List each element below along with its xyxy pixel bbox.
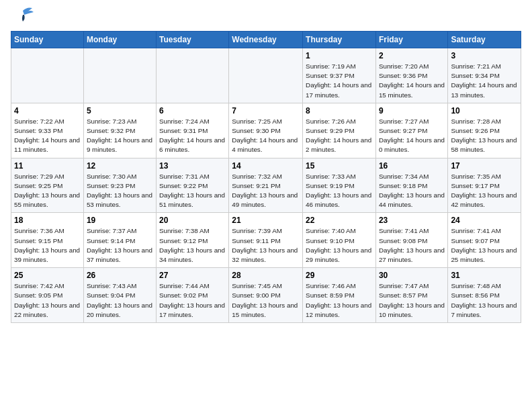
day-info: Sunrise: 7:33 AMSunset: 9:19 PMDaylight:… [306, 172, 373, 210]
day-info: Sunrise: 7:24 AMSunset: 9:31 PMDaylight:… [159, 117, 226, 155]
day-info: Sunrise: 7:32 AMSunset: 9:21 PMDaylight:… [232, 172, 300, 210]
calendar-cell: 10Sunrise: 7:28 AMSunset: 9:26 PMDayligh… [448, 103, 521, 158]
day-info: Sunrise: 7:48 AMSunset: 8:56 PMDaylight:… [451, 281, 518, 320]
day-info: Sunrise: 7:26 AMSunset: 9:29 PMDaylight:… [306, 117, 373, 155]
calendar-week-row: 4Sunrise: 7:22 AMSunset: 9:33 PMDaylight… [11, 103, 521, 158]
calendar-cell: 17Sunrise: 7:35 AMSunset: 9:17 PMDayligh… [448, 158, 521, 213]
day-number: 21 [232, 216, 300, 225]
day-info: Sunrise: 7:29 AMSunset: 9:25 PMDaylight:… [14, 172, 81, 210]
calendar-cell: 4Sunrise: 7:22 AMSunset: 9:33 PMDaylight… [11, 103, 84, 158]
day-number: 17 [451, 161, 518, 171]
calendar-cell: 11Sunrise: 7:29 AMSunset: 9:25 PMDayligh… [11, 158, 84, 213]
day-info: Sunrise: 7:25 AMSunset: 9:30 PMDaylight:… [232, 117, 300, 155]
day-info: Sunrise: 7:22 AMSunset: 9:33 PMDaylight:… [14, 117, 81, 155]
calendar-cell: 13Sunrise: 7:31 AMSunset: 9:22 PMDayligh… [156, 158, 228, 213]
day-number: 13 [159, 161, 226, 171]
calendar-cell: 2Sunrise: 7:20 AMSunset: 9:36 PMDaylight… [375, 48, 447, 103]
column-header-wednesday: Wednesday [229, 32, 303, 48]
day-info: Sunrise: 7:23 AMSunset: 9:32 PMDaylight:… [87, 117, 153, 155]
day-info: Sunrise: 7:20 AMSunset: 9:36 PMDaylight:… [379, 62, 445, 100]
calendar-cell: 15Sunrise: 7:33 AMSunset: 9:19 PMDayligh… [303, 158, 376, 213]
calendar-cell: 16Sunrise: 7:34 AMSunset: 9:18 PMDayligh… [375, 158, 447, 213]
day-number: 9 [379, 106, 445, 116]
day-info: Sunrise: 7:34 AMSunset: 9:18 PMDaylight:… [379, 172, 445, 210]
column-header-thursday: Thursday [303, 32, 376, 48]
day-info: Sunrise: 7:47 AMSunset: 8:57 PMDaylight:… [379, 281, 445, 320]
calendar-cell: 14Sunrise: 7:32 AMSunset: 9:21 PMDayligh… [229, 158, 303, 213]
day-number: 7 [232, 106, 300, 116]
calendar-cell: 29Sunrise: 7:46 AMSunset: 8:59 PMDayligh… [303, 268, 376, 323]
calendar-cell: 19Sunrise: 7:37 AMSunset: 9:14 PMDayligh… [83, 213, 156, 268]
calendar-cell: 30Sunrise: 7:47 AMSunset: 8:57 PMDayligh… [375, 268, 447, 323]
day-number: 3 [451, 51, 518, 60]
calendar-cell [229, 48, 303, 103]
column-header-monday: Monday [83, 32, 156, 48]
day-info: Sunrise: 7:40 AMSunset: 9:10 PMDaylight:… [306, 226, 373, 265]
column-header-tuesday: Tuesday [156, 32, 228, 48]
day-info: Sunrise: 7:42 AMSunset: 9:05 PMDaylight:… [14, 281, 81, 320]
day-info: Sunrise: 7:45 AMSunset: 9:00 PMDaylight:… [232, 281, 300, 320]
calendar-cell: 3Sunrise: 7:21 AMSunset: 9:34 PMDaylight… [448, 48, 521, 103]
calendar-cell: 1Sunrise: 7:19 AMSunset: 9:37 PMDaylight… [303, 48, 376, 103]
day-number: 19 [87, 216, 153, 225]
calendar-cell: 8Sunrise: 7:26 AMSunset: 9:29 PMDaylight… [303, 103, 376, 158]
day-info: Sunrise: 7:43 AMSunset: 9:04 PMDaylight:… [87, 281, 153, 320]
column-header-friday: Friday [375, 32, 447, 48]
day-info: Sunrise: 7:31 AMSunset: 9:22 PMDaylight:… [159, 172, 226, 210]
day-number: 28 [232, 271, 300, 280]
calendar-table: SundayMondayTuesdayWednesdayThursdayFrid… [11, 31, 521, 323]
day-number: 29 [306, 271, 373, 280]
day-info: Sunrise: 7:41 AMSunset: 9:08 PMDaylight:… [379, 226, 445, 265]
day-number: 11 [14, 161, 81, 171]
day-info: Sunrise: 7:39 AMSunset: 9:11 PMDaylight:… [232, 226, 300, 265]
day-number: 27 [159, 271, 226, 280]
day-number: 8 [306, 106, 373, 116]
day-number: 5 [87, 106, 153, 116]
calendar-week-row: 18Sunrise: 7:36 AMSunset: 9:15 PMDayligh… [11, 213, 521, 268]
calendar-cell [156, 48, 228, 103]
calendar-cell: 9Sunrise: 7:27 AMSunset: 9:27 PMDaylight… [375, 103, 447, 158]
calendar-cell: 25Sunrise: 7:42 AMSunset: 9:05 PMDayligh… [11, 268, 84, 323]
day-number: 30 [379, 271, 445, 280]
day-info: Sunrise: 7:19 AMSunset: 9:37 PMDaylight:… [306, 62, 373, 100]
day-number: 16 [379, 161, 445, 171]
day-info: Sunrise: 7:41 AMSunset: 9:07 PMDaylight:… [451, 226, 518, 265]
day-info: Sunrise: 7:30 AMSunset: 9:23 PMDaylight:… [87, 172, 153, 210]
day-info: Sunrise: 7:27 AMSunset: 9:27 PMDaylight:… [379, 117, 445, 155]
day-info: Sunrise: 7:36 AMSunset: 9:15 PMDaylight:… [14, 226, 81, 265]
calendar-cell: 31Sunrise: 7:48 AMSunset: 8:56 PMDayligh… [448, 268, 521, 323]
calendar-cell: 20Sunrise: 7:38 AMSunset: 9:12 PMDayligh… [156, 213, 228, 268]
calendar-cell [11, 48, 84, 103]
calendar-week-row: 1Sunrise: 7:19 AMSunset: 9:37 PMDaylight… [11, 48, 521, 103]
calendar-cell: 22Sunrise: 7:40 AMSunset: 9:10 PMDayligh… [303, 213, 376, 268]
day-number: 31 [451, 271, 518, 280]
calendar-cell: 6Sunrise: 7:24 AMSunset: 9:31 PMDaylight… [156, 103, 228, 158]
day-info: Sunrise: 7:44 AMSunset: 9:02 PMDaylight:… [159, 281, 226, 320]
day-number: 22 [306, 216, 373, 225]
day-number: 1 [306, 51, 373, 60]
day-info: Sunrise: 7:21 AMSunset: 9:34 PMDaylight:… [451, 62, 518, 100]
day-number: 25 [14, 271, 81, 280]
calendar-header-row: SundayMondayTuesdayWednesdayThursdayFrid… [11, 32, 521, 48]
calendar-week-row: 25Sunrise: 7:42 AMSunset: 9:05 PMDayligh… [11, 268, 521, 323]
day-number: 6 [159, 106, 226, 116]
logo [11, 11, 34, 26]
calendar-cell: 7Sunrise: 7:25 AMSunset: 9:30 PMDaylight… [229, 103, 303, 158]
day-number: 23 [379, 216, 445, 225]
day-info: Sunrise: 7:38 AMSunset: 9:12 PMDaylight:… [159, 226, 226, 265]
day-info: Sunrise: 7:28 AMSunset: 9:26 PMDaylight:… [451, 117, 518, 155]
calendar-cell: 28Sunrise: 7:45 AMSunset: 9:00 PMDayligh… [229, 268, 303, 323]
day-number: 18 [14, 216, 81, 225]
day-info: Sunrise: 7:46 AMSunset: 8:59 PMDaylight:… [306, 281, 373, 320]
calendar-cell: 21Sunrise: 7:39 AMSunset: 9:11 PMDayligh… [229, 213, 303, 268]
calendar-cell: 18Sunrise: 7:36 AMSunset: 9:15 PMDayligh… [11, 213, 84, 268]
day-number: 4 [14, 106, 81, 116]
day-number: 10 [451, 106, 518, 116]
day-number: 24 [451, 216, 518, 225]
calendar-cell: 27Sunrise: 7:44 AMSunset: 9:02 PMDayligh… [156, 268, 228, 323]
calendar-cell: 5Sunrise: 7:23 AMSunset: 9:32 PMDaylight… [83, 103, 156, 158]
calendar-cell: 26Sunrise: 7:43 AMSunset: 9:04 PMDayligh… [83, 268, 156, 323]
column-header-sunday: Sunday [11, 32, 84, 48]
calendar-cell: 12Sunrise: 7:30 AMSunset: 9:23 PMDayligh… [83, 158, 156, 213]
logo-bird-icon [12, 5, 34, 24]
